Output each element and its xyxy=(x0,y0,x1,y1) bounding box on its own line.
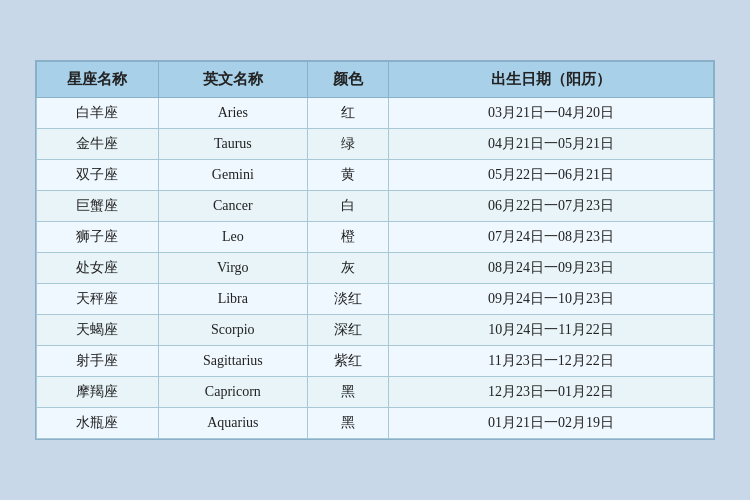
cell-date: 01月21日一02月19日 xyxy=(389,408,714,439)
header-chinese-name: 星座名称 xyxy=(37,62,159,98)
cell-color: 深红 xyxy=(307,315,388,346)
cell-chinese: 巨蟹座 xyxy=(37,191,159,222)
table-row: 狮子座Leo橙07月24日一08月23日 xyxy=(37,222,714,253)
cell-date: 10月24日一11月22日 xyxy=(389,315,714,346)
cell-date: 03月21日一04月20日 xyxy=(389,98,714,129)
cell-english: Libra xyxy=(158,284,307,315)
cell-color: 紫红 xyxy=(307,346,388,377)
cell-english: Aquarius xyxy=(158,408,307,439)
cell-chinese: 狮子座 xyxy=(37,222,159,253)
cell-english: Leo xyxy=(158,222,307,253)
table-row: 天秤座Libra淡红09月24日一10月23日 xyxy=(37,284,714,315)
table-row: 水瓶座Aquarius黑01月21日一02月19日 xyxy=(37,408,714,439)
table-row: 射手座Sagittarius紫红11月23日一12月22日 xyxy=(37,346,714,377)
cell-chinese: 天秤座 xyxy=(37,284,159,315)
cell-color: 黄 xyxy=(307,160,388,191)
cell-english: Sagittarius xyxy=(158,346,307,377)
table-header-row: 星座名称 英文名称 颜色 出生日期（阳历） xyxy=(37,62,714,98)
cell-date: 07月24日一08月23日 xyxy=(389,222,714,253)
cell-chinese: 水瓶座 xyxy=(37,408,159,439)
cell-date: 11月23日一12月22日 xyxy=(389,346,714,377)
header-color: 颜色 xyxy=(307,62,388,98)
table-row: 摩羯座Capricorn黑12月23日一01月22日 xyxy=(37,377,714,408)
cell-english: Virgo xyxy=(158,253,307,284)
cell-color: 黑 xyxy=(307,408,388,439)
header-birth-date: 出生日期（阳历） xyxy=(389,62,714,98)
cell-chinese: 处女座 xyxy=(37,253,159,284)
cell-english: Taurus xyxy=(158,129,307,160)
cell-date: 04月21日一05月21日 xyxy=(389,129,714,160)
table-row: 天蝎座Scorpio深红10月24日一11月22日 xyxy=(37,315,714,346)
cell-color: 灰 xyxy=(307,253,388,284)
cell-chinese: 天蝎座 xyxy=(37,315,159,346)
cell-chinese: 射手座 xyxy=(37,346,159,377)
header-english-name: 英文名称 xyxy=(158,62,307,98)
table-row: 巨蟹座Cancer白06月22日一07月23日 xyxy=(37,191,714,222)
cell-chinese: 白羊座 xyxy=(37,98,159,129)
table-row: 处女座Virgo灰08月24日一09月23日 xyxy=(37,253,714,284)
cell-color: 淡红 xyxy=(307,284,388,315)
cell-date: 05月22日一06月21日 xyxy=(389,160,714,191)
cell-color: 黑 xyxy=(307,377,388,408)
cell-english: Gemini xyxy=(158,160,307,191)
cell-english: Aries xyxy=(158,98,307,129)
cell-chinese: 双子座 xyxy=(37,160,159,191)
cell-english: Scorpio xyxy=(158,315,307,346)
cell-english: Capricorn xyxy=(158,377,307,408)
cell-date: 09月24日一10月23日 xyxy=(389,284,714,315)
cell-date: 12月23日一01月22日 xyxy=(389,377,714,408)
cell-chinese: 摩羯座 xyxy=(37,377,159,408)
cell-color: 白 xyxy=(307,191,388,222)
cell-date: 06月22日一07月23日 xyxy=(389,191,714,222)
zodiac-table: 星座名称 英文名称 颜色 出生日期（阳历） 白羊座Aries红03月21日一04… xyxy=(35,60,715,440)
cell-color: 红 xyxy=(307,98,388,129)
cell-english: Cancer xyxy=(158,191,307,222)
cell-color: 橙 xyxy=(307,222,388,253)
table-row: 双子座Gemini黄05月22日一06月21日 xyxy=(37,160,714,191)
cell-date: 08月24日一09月23日 xyxy=(389,253,714,284)
table-row: 金牛座Taurus绿04月21日一05月21日 xyxy=(37,129,714,160)
cell-chinese: 金牛座 xyxy=(37,129,159,160)
table-row: 白羊座Aries红03月21日一04月20日 xyxy=(37,98,714,129)
cell-color: 绿 xyxy=(307,129,388,160)
